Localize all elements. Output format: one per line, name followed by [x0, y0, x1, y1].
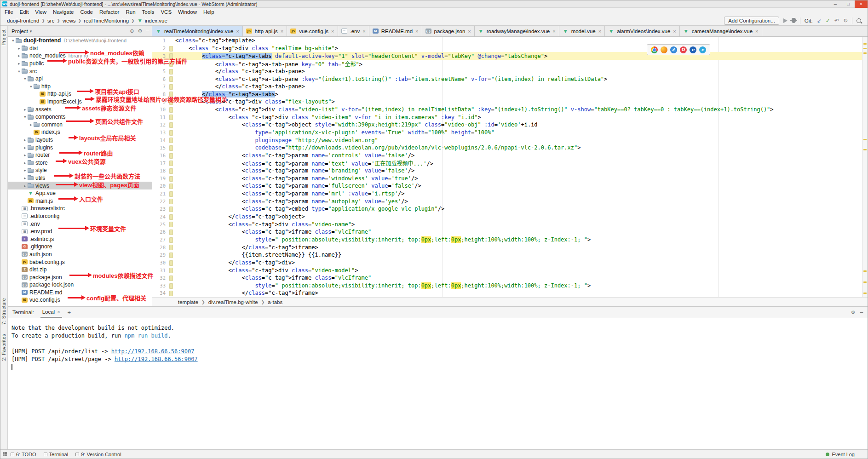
close-tab-icon[interactable]: × — [362, 29, 365, 34]
menu-item-code[interactable]: Code — [77, 9, 96, 15]
inspection-mark[interactable] — [863, 52, 867, 54]
menu-item-window[interactable]: Window — [175, 9, 200, 15]
menu-item-help[interactable]: Help — [200, 9, 218, 15]
chevron-right-icon[interactable]: ▸ — [23, 168, 28, 172]
menu-item-tools[interactable]: Tools — [139, 9, 158, 15]
inspection-mark[interactable] — [863, 281, 867, 283]
close-tab-icon[interactable]: × — [281, 29, 283, 34]
tree-item-layouts[interactable]: ▸layouts — [8, 136, 152, 144]
browser-icon-opera[interactable]: O — [680, 46, 687, 53]
browser-icon-chrome[interactable] — [651, 46, 658, 53]
tree-item-main-js[interactable]: JSmain.js — [8, 197, 152, 205]
chevron-right-icon[interactable]: ▸ — [17, 61, 22, 66]
tree-item-browserslistrc[interactable]: ≡.browserslistrc — [8, 205, 152, 212]
project-panel-title[interactable]: Project — [11, 29, 28, 34]
menu-item-vcs[interactable]: VCS — [157, 9, 175, 15]
close-tab-icon[interactable]: × — [552, 29, 555, 34]
browser-icon-ie[interactable]: e — [690, 46, 696, 53]
settings-icon[interactable]: ⚙ — [138, 28, 143, 34]
menu-item-edit[interactable]: Edit — [17, 9, 32, 15]
git-update-icon[interactable]: ↙ — [817, 18, 822, 23]
locate-icon[interactable]: ⊕ — [130, 28, 134, 34]
statusbar-terminal[interactable]: Terminal — [44, 452, 69, 457]
chevron-right-icon[interactable]: ▸ — [23, 176, 28, 180]
tree-item-duoji-frontend[interactable]: ▾duoji-frontendD:\zheheWeb\duoji-fronten… — [8, 37, 152, 45]
editor[interactable]: 1<class="c-tag">template>2 <class="c-tag… — [152, 37, 868, 306]
inspection-mark[interactable] — [863, 48, 867, 49]
menu-item-view[interactable]: View — [32, 9, 50, 15]
tree-item-dist-zip[interactable]: Zdist.zip — [8, 266, 152, 274]
tool-stripe-7-structure[interactable]: 7: Structure — [1, 298, 6, 325]
tree-item-src[interactable]: ▾src — [8, 67, 152, 75]
chevron-down-icon[interactable]: ▾ — [30, 29, 32, 34]
tree-item-auth-json[interactable]: { }auth.json — [8, 251, 152, 258]
breadcrumb-item-src[interactable]: src — [47, 18, 54, 23]
tool-stripe-project[interactable]: Project — [1, 29, 6, 46]
code-area[interactable]: 1<class="c-tag">template>2 <class="c-tag… — [152, 37, 862, 297]
tree-item-readme-md[interactable]: MREADME.md — [8, 289, 152, 297]
close-tab-icon[interactable]: × — [598, 29, 601, 34]
terminal-link[interactable]: http://192.168.66.56:9007 — [111, 348, 195, 355]
tree-item-app-vue[interactable]: ▼App.vue — [8, 189, 152, 197]
minimize-button[interactable]: ─ — [829, 0, 842, 8]
collapse-all-icon[interactable]: ─ — [146, 28, 149, 34]
terminal-link[interactable]: http://192.168.66.56:9007 — [115, 356, 198, 362]
add-configuration-button[interactable]: Add Configuration... — [724, 17, 779, 25]
tree-item-assets[interactable]: ▸assets — [8, 105, 152, 113]
editor-tab-cameramanage-index-vue[interactable]: ▼cameraManage\index.vue× — [680, 26, 762, 36]
editor-tab-package-json[interactable]: { }package.json× — [422, 26, 475, 36]
tree-item-index-js[interactable]: JSindex.js — [8, 128, 152, 136]
editor-breadcrumb-a-tabs[interactable]: a-tabs — [268, 299, 282, 305]
menu-item-refactor[interactable]: Refactor — [96, 9, 122, 15]
close-tab-icon[interactable]: × — [673, 29, 676, 34]
tree-item-utils[interactable]: ▸utils — [8, 174, 152, 182]
tree-item-store[interactable]: ▸store — [8, 159, 152, 167]
close-tab-icon[interactable]: × — [57, 309, 60, 315]
chevron-right-icon[interactable]: ▸ — [17, 46, 22, 51]
inspection-mark[interactable] — [863, 139, 867, 140]
chevron-down-icon[interactable]: ▾ — [23, 76, 28, 81]
close-tab-icon[interactable]: × — [468, 29, 471, 34]
editor-tab-http-api-js[interactable]: JShttp-api.js× — [243, 26, 287, 36]
editor-tab-alarmvideos-index-vue[interactable]: ▼alarmVideos\index.vue× — [605, 26, 680, 36]
chevron-right-icon[interactable]: ▸ — [23, 145, 28, 150]
chevron-right-icon[interactable]: ▸ — [23, 161, 28, 165]
close-tab-icon[interactable]: × — [331, 29, 334, 34]
terminal-minimize-icon[interactable]: ─ — [860, 310, 863, 316]
tool-windows-icon[interactable] — [3, 452, 7, 456]
terminal-tab-local[interactable]: Local × — [40, 307, 62, 318]
close-tab-icon[interactable]: × — [415, 29, 418, 34]
inspection-mark[interactable] — [863, 270, 867, 272]
tree-item-common[interactable]: ▸common — [8, 121, 152, 129]
editor-tab-env[interactable]: ≡.env× — [338, 26, 369, 36]
tree-item-env[interactable]: ≡.env — [8, 220, 152, 228]
editor-tab-vue-config-js[interactable]: JSvue.config.js× — [287, 26, 338, 36]
tree-item-plugins[interactable]: ▸plugins — [8, 143, 152, 151]
breadcrumb-item-views[interactable]: views — [63, 18, 76, 23]
editor-tab-readme-md[interactable]: MREADME.md× — [369, 26, 422, 36]
tree-item-eslintrc-js[interactable]: E.eslintrc.js — [8, 235, 152, 243]
tree-item-http-api-js[interactable]: JShttp-api.js — [8, 90, 152, 98]
new-session-icon[interactable]: + — [68, 309, 71, 316]
tree-item-vue-config-js[interactable]: JSvue.config.js — [8, 296, 152, 304]
statusbar-9-version-control[interactable]: 9: Version Control — [75, 452, 121, 457]
tree-item-package-lock-json[interactable]: { }package-lock.json — [8, 281, 152, 289]
tool-stripe-2-favorites[interactable]: 2: Favorites — [1, 334, 6, 361]
chevron-right-icon[interactable]: ▸ — [23, 153, 28, 157]
inspection-mark[interactable] — [863, 43, 867, 45]
git-commit-icon[interactable]: ✓ — [826, 18, 830, 23]
browser-icon-safari[interactable] — [670, 46, 677, 53]
breadcrumb-item-duoji-frontend[interactable]: duoji-frontend — [7, 18, 39, 23]
debug-icon[interactable] — [792, 18, 796, 23]
maximize-button[interactable]: □ — [842, 0, 855, 8]
terminal-output[interactable]: Note that the development build is not o… — [8, 318, 868, 372]
tree-item-api[interactable]: ▾api — [8, 75, 152, 83]
chevron-right-icon[interactable]: ▸ — [23, 107, 28, 112]
statusbar-6-todo[interactable]: 6: TODO — [11, 452, 36, 457]
tree-item-importexcel-js[interactable]: JSimportExcel.js — [8, 98, 152, 106]
chevron-right-icon[interactable]: ▸ — [23, 138, 28, 142]
chevron-down-icon[interactable]: ▾ — [29, 84, 34, 89]
error-stripe[interactable] — [862, 37, 868, 297]
chevron-down-icon[interactable]: ▾ — [23, 115, 28, 119]
inspection-mark[interactable] — [863, 293, 867, 294]
